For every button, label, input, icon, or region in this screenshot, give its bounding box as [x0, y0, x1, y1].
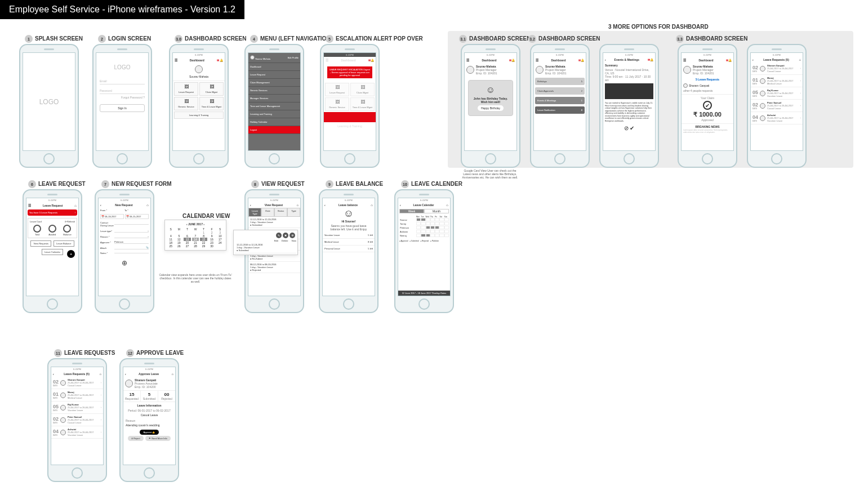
- label-2: 2LOGIN SCREEN: [98, 35, 151, 43]
- label-4: 4MENU (LEFT NAVIGATION): [250, 35, 332, 43]
- back-icon[interactable]: ‹: [250, 203, 251, 207]
- phone-leave-request: 6:45PM ☰Leave Request⌂ You have 5 Leave …: [23, 189, 82, 313]
- phone-dash33: 6:45PM ☰Dashboard✉🔔 Sourav MahataProject…: [678, 44, 737, 168]
- tab[interactable]: Status: [274, 208, 287, 217]
- reject-icon[interactable]: ⊘: [624, 125, 629, 131]
- tab[interactable]: Leave Type: [248, 208, 261, 217]
- request-item[interactable]: 08-12-2016 to 08-13-20161 day - Vacation…: [248, 262, 300, 273]
- back-icon[interactable]: ‹: [100, 203, 101, 207]
- card-birthdays[interactable]: Birthdays 5: [535, 78, 585, 85]
- btn-leave-calendar[interactable]: Leave Calendar: [42, 249, 63, 255]
- request-row[interactable]: 02DAYSPeter Samuel25-04-2017 to 26-04-20…: [51, 414, 103, 426]
- approver-input[interactable]: Peterson: [114, 240, 149, 244]
- phone-login: LOGO Email Password Forgot Password ? Si…: [92, 44, 152, 168]
- leavetype-select[interactable]: ⌵: [114, 229, 149, 233]
- label-33: 3.3DASHBOARD SCREEN: [676, 35, 747, 43]
- menu-item[interactable]: Leave Request: [248, 71, 300, 79]
- tile-learning[interactable]: Learning & Training: [174, 111, 224, 119]
- alert-icons[interactable]: ✉ 🔔: [217, 59, 223, 62]
- tab-month[interactable]: Month: [424, 209, 449, 213]
- reject-button[interactable]: ⊘ Reject: [128, 436, 143, 441]
- back-icon[interactable]: ‹: [400, 203, 401, 207]
- more-info-button[interactable]: ⚑ Need More Info: [145, 436, 171, 441]
- card-claims[interactable]: Claim Approvals 2: [535, 87, 585, 95]
- label-30: 3.0DASHBOARD SCREEN: [175, 35, 246, 43]
- back-icon[interactable]: ‹: [125, 372, 126, 376]
- label-32: 3.2DASHBOARD SCREEN: [528, 35, 600, 43]
- password-input[interactable]: Password: [100, 88, 145, 94]
- home-icon[interactable]: ⌂: [799, 58, 801, 61]
- phone-dashboard: 6:45PM ☰Dashboard✉ 🔔 Sourav Mahata 🖼Leav…: [169, 44, 229, 168]
- request-row[interactable]: 04DAYSAshwini25-04-2017 to 26-04-2017Vac…: [51, 426, 103, 439]
- menu-item[interactable]: Logout: [248, 126, 300, 134]
- card-events[interactable]: Events & Meetings 1: [535, 97, 585, 104]
- request-row[interactable]: 02DAYSSharam Ganpati25-04-2017 to 26-04-…: [51, 377, 103, 389]
- request-row[interactable]: 02DAYSPeter Samuel25-04-2017 to 26-04-20…: [751, 100, 803, 112]
- card-leavenotif[interactable]: Leave Notification 8: [535, 106, 585, 114]
- menu-item[interactable]: Time and Leave Management: [248, 102, 300, 110]
- email-input[interactable]: Email: [100, 78, 145, 84]
- request-row[interactable]: 05DAYSRaj Kumar25-04-2017 to 26-04-2017V…: [51, 402, 103, 414]
- signin-button[interactable]: Sign In: [100, 104, 145, 112]
- request-item[interactable]: 12-12-2016 to 12-13-20161 day - Vacation…: [248, 217, 300, 228]
- attach-input[interactable]: 📎: [114, 246, 149, 249]
- tile-generic[interactable]: 🖼Generic Service: [174, 97, 198, 110]
- back-icon[interactable]: ‹: [53, 372, 54, 376]
- page-title: Employee Self Service - iPhone wireframe…: [0, 0, 244, 19]
- menu-item[interactable]: Holiday Calendar: [248, 118, 300, 126]
- edit-icon[interactable]: ✎: [276, 233, 282, 238]
- alert-popover[interactable]: LEAVE REQUEST ESCALATION Urgent - Seems …: [327, 66, 372, 78]
- tab[interactable]: Type: [287, 208, 300, 217]
- add-fab[interactable]: +: [67, 250, 75, 258]
- request-row[interactable]: 04DAYSAshwini25-04-2017 to 26-04-2017Vac…: [751, 112, 803, 124]
- menu-item[interactable]: Dashboard: [248, 63, 300, 71]
- label-11: 11LEAVE REQUESTS: [54, 349, 115, 357]
- btn-view-requests[interactable]: View Requests: [30, 240, 51, 247]
- btn-leave-balance[interactable]: Leave Balance: [54, 240, 74, 247]
- to-date[interactable]: 📅 06-15-2017: [125, 214, 149, 219]
- view-icon[interactable]: 👁: [290, 233, 295, 238]
- phone-dash33b: 6:45PM ‹Leave Requests (5)⌂ 02DAYSSharam…: [747, 44, 807, 168]
- menu-item[interactable]: Learning and Training: [248, 110, 300, 118]
- banner[interactable]: You have 5 Leave Requests›: [28, 209, 77, 216]
- reason-select[interactable]: ⌵: [114, 235, 149, 238]
- submit-fab[interactable]: ⊕: [122, 259, 127, 267]
- phone-leave-balance: 6:45PM ‹Leave balance⌂ ☺ Hi Sourav! Seem…: [319, 189, 378, 313]
- request-row[interactable]: 02DAYSSharam Ganpati25-04-2017 to 26-04-…: [751, 63, 803, 75]
- request-row[interactable]: 01DAYSManoj25-04-2017 to 26-04-2017Medic…: [51, 389, 103, 402]
- back-icon[interactable]: ‹: [324, 203, 326, 207]
- from-date[interactable]: 📅 06-13-2017: [100, 214, 124, 219]
- menu-item[interactable]: Manager Services: [248, 95, 300, 102]
- label-7: 7NEW REQUEST FORM: [101, 180, 172, 188]
- smile-icon: ☺: [323, 208, 375, 220]
- request-row[interactable]: 01DAYSManoj25-04-2017 to 26-04-2017Medic…: [751, 75, 803, 87]
- back-icon[interactable]: ‹: [752, 58, 754, 61]
- cal-title: CALENDAR VIEW: [182, 213, 230, 219]
- refresh-icon[interactable]: ⟳ Refresh: [65, 220, 75, 223]
- tile-leave[interactable]: 🖼Leave Request: [174, 82, 198, 96]
- tab[interactable]: Date: [261, 208, 274, 217]
- options-title: 3 MORE OPTIONS FOR DASHBOARD: [608, 24, 709, 30]
- menu-item[interactable]: Generic Services: [248, 87, 300, 95]
- phone-approve-leave: 6:45PM ‹Approve Leave⌂ Sharam GanpatiPro…: [119, 358, 179, 482]
- forgot-link[interactable]: Forgot Password ?: [100, 96, 145, 99]
- menu-item[interactable]: Claim Management: [248, 79, 300, 87]
- edit-profile[interactable]: Edit Profile: [288, 56, 299, 59]
- accept-icon[interactable]: ✔: [630, 125, 634, 131]
- menu-icon[interactable]: ☰: [175, 58, 177, 62]
- label-31: 3.1DASHBOARD SCREEN: [459, 35, 531, 43]
- approve-button[interactable]: Approve 👍: [140, 430, 158, 435]
- map-image: [605, 83, 653, 99]
- leave-requests-link[interactable]: 5 Leave Requests: [682, 77, 733, 82]
- tile-claim[interactable]: 🖼Claim Mgmt: [199, 82, 224, 96]
- wish-button[interactable]: Happy Birthday: [478, 105, 504, 111]
- calendar-popover[interactable]: ‹ JUNE 2017 › SMTWTFS 123 45678910 11121…: [164, 220, 226, 251]
- label-6: 6LEAVE REQUEST: [28, 180, 86, 188]
- request-row[interactable]: 05DAYSRaj Kumar25-04-2017 to 26-04-2017V…: [751, 87, 803, 100]
- delete-icon[interactable]: ✖: [283, 233, 288, 238]
- label-9: 9LEAVE BALANCE: [326, 180, 383, 188]
- actions-popover: ✎ ✖ 👁 EditDeleteView 12-12-2016 to 12-13…: [233, 230, 298, 255]
- tile-time[interactable]: 🖼Time & Leave Mgmt: [199, 97, 224, 110]
- back-icon[interactable]: ‹: [605, 58, 606, 61]
- tab-week[interactable]: Week: [399, 209, 424, 213]
